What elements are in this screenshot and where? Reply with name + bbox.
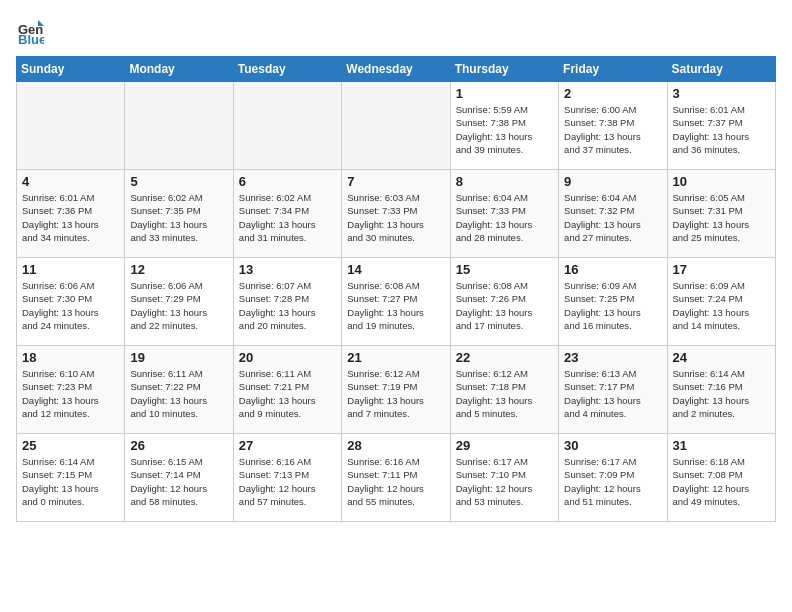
day-number: 14 [347, 262, 444, 277]
calendar-week-row: 25Sunrise: 6:14 AM Sunset: 7:15 PM Dayli… [17, 434, 776, 522]
calendar-cell: 30Sunrise: 6:17 AM Sunset: 7:09 PM Dayli… [559, 434, 667, 522]
calendar-cell: 1Sunrise: 5:59 AM Sunset: 7:38 PM Daylig… [450, 82, 558, 170]
day-info: Sunrise: 6:18 AM Sunset: 7:08 PM Dayligh… [673, 455, 770, 508]
calendar-cell: 4Sunrise: 6:01 AM Sunset: 7:36 PM Daylig… [17, 170, 125, 258]
day-info: Sunrise: 6:14 AM Sunset: 7:16 PM Dayligh… [673, 367, 770, 420]
calendar-cell: 21Sunrise: 6:12 AM Sunset: 7:19 PM Dayli… [342, 346, 450, 434]
day-info: Sunrise: 6:17 AM Sunset: 7:09 PM Dayligh… [564, 455, 661, 508]
day-number: 18 [22, 350, 119, 365]
day-info: Sunrise: 6:08 AM Sunset: 7:26 PM Dayligh… [456, 279, 553, 332]
day-info: Sunrise: 6:13 AM Sunset: 7:17 PM Dayligh… [564, 367, 661, 420]
day-info: Sunrise: 6:11 AM Sunset: 7:22 PM Dayligh… [130, 367, 227, 420]
day-info: Sunrise: 6:12 AM Sunset: 7:19 PM Dayligh… [347, 367, 444, 420]
day-number: 29 [456, 438, 553, 453]
calendar-cell: 23Sunrise: 6:13 AM Sunset: 7:17 PM Dayli… [559, 346, 667, 434]
day-info: Sunrise: 6:03 AM Sunset: 7:33 PM Dayligh… [347, 191, 444, 244]
day-info: Sunrise: 6:12 AM Sunset: 7:18 PM Dayligh… [456, 367, 553, 420]
calendar-cell: 25Sunrise: 6:14 AM Sunset: 7:15 PM Dayli… [17, 434, 125, 522]
calendar-cell: 13Sunrise: 6:07 AM Sunset: 7:28 PM Dayli… [233, 258, 341, 346]
weekday-header-saturday: Saturday [667, 57, 775, 82]
calendar-cell: 12Sunrise: 6:06 AM Sunset: 7:29 PM Dayli… [125, 258, 233, 346]
day-info: Sunrise: 6:09 AM Sunset: 7:24 PM Dayligh… [673, 279, 770, 332]
weekday-header-tuesday: Tuesday [233, 57, 341, 82]
day-number: 5 [130, 174, 227, 189]
logo: Gen Blue [16, 16, 48, 44]
weekday-header-wednesday: Wednesday [342, 57, 450, 82]
day-info: Sunrise: 6:07 AM Sunset: 7:28 PM Dayligh… [239, 279, 336, 332]
calendar-cell: 9Sunrise: 6:04 AM Sunset: 7:32 PM Daylig… [559, 170, 667, 258]
day-number: 4 [22, 174, 119, 189]
day-info: Sunrise: 6:15 AM Sunset: 7:14 PM Dayligh… [130, 455, 227, 508]
calendar-cell: 3Sunrise: 6:01 AM Sunset: 7:37 PM Daylig… [667, 82, 775, 170]
day-number: 10 [673, 174, 770, 189]
calendar-cell: 24Sunrise: 6:14 AM Sunset: 7:16 PM Dayli… [667, 346, 775, 434]
day-number: 31 [673, 438, 770, 453]
logo-icon: Gen Blue [16, 16, 44, 44]
calendar-cell: 7Sunrise: 6:03 AM Sunset: 7:33 PM Daylig… [342, 170, 450, 258]
day-number: 22 [456, 350, 553, 365]
day-info: Sunrise: 6:17 AM Sunset: 7:10 PM Dayligh… [456, 455, 553, 508]
calendar-cell: 11Sunrise: 6:06 AM Sunset: 7:30 PM Dayli… [17, 258, 125, 346]
day-info: Sunrise: 6:16 AM Sunset: 7:13 PM Dayligh… [239, 455, 336, 508]
day-number: 8 [456, 174, 553, 189]
day-number: 20 [239, 350, 336, 365]
calendar-cell: 26Sunrise: 6:15 AM Sunset: 7:14 PM Dayli… [125, 434, 233, 522]
weekday-header-sunday: Sunday [17, 57, 125, 82]
calendar-cell: 5Sunrise: 6:02 AM Sunset: 7:35 PM Daylig… [125, 170, 233, 258]
calendar-week-row: 18Sunrise: 6:10 AM Sunset: 7:23 PM Dayli… [17, 346, 776, 434]
calendar-cell: 27Sunrise: 6:16 AM Sunset: 7:13 PM Dayli… [233, 434, 341, 522]
weekday-header-friday: Friday [559, 57, 667, 82]
calendar-cell: 20Sunrise: 6:11 AM Sunset: 7:21 PM Dayli… [233, 346, 341, 434]
calendar-week-row: 11Sunrise: 6:06 AM Sunset: 7:30 PM Dayli… [17, 258, 776, 346]
calendar-cell [233, 82, 341, 170]
day-number: 13 [239, 262, 336, 277]
weekday-header-monday: Monday [125, 57, 233, 82]
calendar-cell: 2Sunrise: 6:00 AM Sunset: 7:38 PM Daylig… [559, 82, 667, 170]
calendar-cell: 28Sunrise: 6:16 AM Sunset: 7:11 PM Dayli… [342, 434, 450, 522]
calendar-cell: 18Sunrise: 6:10 AM Sunset: 7:23 PM Dayli… [17, 346, 125, 434]
day-number: 17 [673, 262, 770, 277]
calendar-cell: 22Sunrise: 6:12 AM Sunset: 7:18 PM Dayli… [450, 346, 558, 434]
day-info: Sunrise: 6:04 AM Sunset: 7:32 PM Dayligh… [564, 191, 661, 244]
page-header: Gen Blue [16, 16, 776, 44]
day-info: Sunrise: 6:11 AM Sunset: 7:21 PM Dayligh… [239, 367, 336, 420]
day-number: 27 [239, 438, 336, 453]
day-info: Sunrise: 6:14 AM Sunset: 7:15 PM Dayligh… [22, 455, 119, 508]
svg-text:Blue: Blue [18, 32, 44, 44]
day-number: 28 [347, 438, 444, 453]
calendar-week-row: 1Sunrise: 5:59 AM Sunset: 7:38 PM Daylig… [17, 82, 776, 170]
day-number: 21 [347, 350, 444, 365]
day-info: Sunrise: 6:02 AM Sunset: 7:34 PM Dayligh… [239, 191, 336, 244]
day-info: Sunrise: 6:09 AM Sunset: 7:25 PM Dayligh… [564, 279, 661, 332]
day-number: 15 [456, 262, 553, 277]
day-number: 12 [130, 262, 227, 277]
day-info: Sunrise: 6:02 AM Sunset: 7:35 PM Dayligh… [130, 191, 227, 244]
day-info: Sunrise: 6:01 AM Sunset: 7:37 PM Dayligh… [673, 103, 770, 156]
calendar-cell [17, 82, 125, 170]
calendar-cell: 17Sunrise: 6:09 AM Sunset: 7:24 PM Dayli… [667, 258, 775, 346]
calendar-cell: 14Sunrise: 6:08 AM Sunset: 7:27 PM Dayli… [342, 258, 450, 346]
calendar-cell: 19Sunrise: 6:11 AM Sunset: 7:22 PM Dayli… [125, 346, 233, 434]
day-number: 19 [130, 350, 227, 365]
day-info: Sunrise: 6:06 AM Sunset: 7:30 PM Dayligh… [22, 279, 119, 332]
day-number: 7 [347, 174, 444, 189]
calendar-header-row: SundayMondayTuesdayWednesdayThursdayFrid… [17, 57, 776, 82]
day-info: Sunrise: 6:10 AM Sunset: 7:23 PM Dayligh… [22, 367, 119, 420]
calendar-week-row: 4Sunrise: 6:01 AM Sunset: 7:36 PM Daylig… [17, 170, 776, 258]
calendar-cell: 16Sunrise: 6:09 AM Sunset: 7:25 PM Dayli… [559, 258, 667, 346]
calendar-cell: 6Sunrise: 6:02 AM Sunset: 7:34 PM Daylig… [233, 170, 341, 258]
calendar-cell: 15Sunrise: 6:08 AM Sunset: 7:26 PM Dayli… [450, 258, 558, 346]
day-number: 23 [564, 350, 661, 365]
day-number: 26 [130, 438, 227, 453]
day-number: 6 [239, 174, 336, 189]
day-info: Sunrise: 6:04 AM Sunset: 7:33 PM Dayligh… [456, 191, 553, 244]
day-number: 1 [456, 86, 553, 101]
day-info: Sunrise: 6:08 AM Sunset: 7:27 PM Dayligh… [347, 279, 444, 332]
calendar-cell [125, 82, 233, 170]
day-number: 3 [673, 86, 770, 101]
day-info: Sunrise: 6:06 AM Sunset: 7:29 PM Dayligh… [130, 279, 227, 332]
calendar-cell: 29Sunrise: 6:17 AM Sunset: 7:10 PM Dayli… [450, 434, 558, 522]
calendar-cell: 10Sunrise: 6:05 AM Sunset: 7:31 PM Dayli… [667, 170, 775, 258]
calendar-cell: 8Sunrise: 6:04 AM Sunset: 7:33 PM Daylig… [450, 170, 558, 258]
day-number: 25 [22, 438, 119, 453]
